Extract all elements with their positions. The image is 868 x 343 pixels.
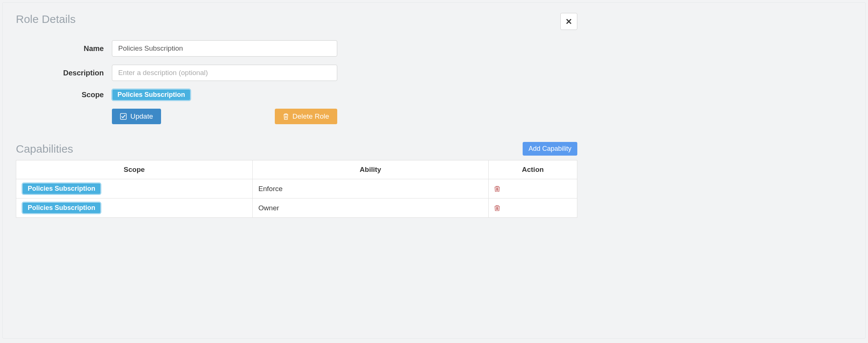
close-icon [566, 18, 572, 24]
col-header-scope: Scope [16, 160, 253, 179]
delete-role-button-label: Delete Role [293, 112, 329, 120]
close-button[interactable] [560, 13, 577, 30]
update-button[interactable]: Update [112, 109, 161, 124]
delete-capability-button[interactable] [495, 186, 571, 192]
header-row: Role Details [16, 13, 577, 32]
capabilities-title: Capabilities [16, 143, 73, 155]
name-label: Name [16, 44, 112, 53]
cell-scope: Policies Subscription [16, 198, 253, 218]
capabilities-table: Scope Ability Action Policies Subscripti… [16, 160, 577, 218]
description-row: Description [16, 65, 592, 81]
add-capability-button[interactable]: Add Capability [523, 142, 577, 156]
capabilities-header: Capabilities Add Capability [16, 142, 577, 156]
delete-capability-button[interactable] [495, 205, 571, 211]
cell-action [489, 179, 577, 198]
scope-badge[interactable]: Policies Subscription [22, 202, 101, 214]
table-row: Policies Subscription Enforce [16, 179, 577, 198]
table-header: Scope Ability Action [16, 160, 577, 179]
cell-ability: Owner [252, 198, 489, 218]
button-row: Update Delete Role [112, 109, 337, 124]
scope-badge[interactable]: Policies Subscription [22, 183, 101, 194]
cell-action [489, 198, 577, 218]
delete-role-button[interactable]: Delete Role [275, 109, 337, 124]
name-input[interactable] [112, 40, 337, 57]
name-row: Name [16, 40, 592, 57]
add-capability-button-label: Add Capability [529, 145, 571, 153]
description-label: Description [16, 69, 112, 77]
check-icon [120, 113, 127, 120]
cell-scope: Policies Subscription [16, 179, 253, 198]
table-row: Policies Subscription Owner [16, 198, 577, 218]
cell-ability: Enforce [252, 179, 489, 198]
description-input[interactable] [112, 65, 337, 81]
role-details-title: Role Details [16, 13, 76, 26]
capabilities-section: Capabilities Add Capability Scope Abilit… [16, 142, 592, 218]
col-header-action: Action [489, 160, 577, 179]
trash-icon [283, 113, 289, 120]
scope-badge[interactable]: Policies Subscription [112, 89, 191, 101]
update-button-label: Update [130, 112, 153, 120]
scope-row: Scope Policies Subscription [16, 89, 592, 101]
role-details-panel: Role Details Name Description Scope Poli… [2, 2, 866, 339]
panel-inner: Role Details Name Description Scope Poli… [16, 13, 592, 218]
table-body: Policies Subscription Enforce Policies S… [16, 179, 577, 218]
col-header-ability: Ability [252, 160, 489, 179]
scope-label: Scope [16, 91, 112, 99]
svg-rect-0 [120, 113, 126, 119]
